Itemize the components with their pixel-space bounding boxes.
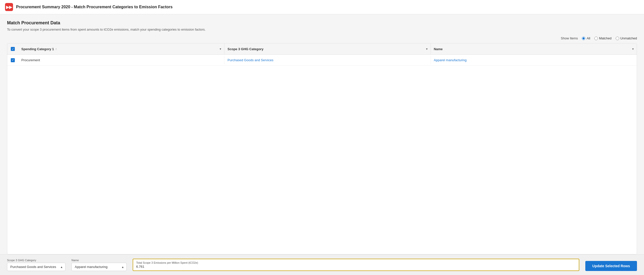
name-field-label: Name — [71, 259, 127, 262]
radio-unmatched[interactable]: Unmatched — [616, 36, 637, 40]
chevron-icon-name: ▾ — [632, 47, 634, 51]
page-title: Procurement Summary 2020 - Match Procure… — [16, 5, 173, 9]
sort-icon-spending-category: ↑ — [55, 47, 57, 50]
scope3-select-wrapper: Purchased Goods and Services ▲ — [7, 263, 65, 271]
cell-name[interactable]: Apparel manufacturing — [431, 56, 637, 64]
show-items-bar: Show Items All Matched Unmatched — [7, 36, 637, 40]
name-select-wrapper: Apparel manufacturing ▲ — [71, 263, 127, 271]
radio-matched-input[interactable] — [594, 37, 598, 40]
page-header: ▶▶ Procurement Summary 2020 - Match Proc… — [0, 0, 644, 14]
show-items-label: Show Items — [561, 36, 578, 40]
select-all-checkbox[interactable]: ✓ — [11, 47, 15, 51]
col-label-spending-category: Spending Category 1 — [21, 47, 54, 51]
col-label-ghg-category: Scope 3 GHG Category — [227, 47, 263, 51]
section-description: To convert your scope 3 procurement item… — [7, 28, 637, 31]
col-header-ghg-category[interactable]: Scope 3 GHG Category ▾ — [224, 43, 431, 54]
cell-spending-category: Procurement — [18, 56, 224, 64]
radio-matched[interactable]: Matched — [594, 36, 612, 40]
data-table: ✓ Spending Category 1 ↑ ▾ Scope 3 GHG Ca… — [7, 43, 637, 254]
cell-ghg-category[interactable]: Purchased Goods and Services — [224, 56, 431, 64]
radio-unmatched-label: Unmatched — [620, 36, 637, 40]
scope3-field-label: Scope 3 GHG Category — [7, 259, 65, 262]
table-row: ✓ Procurement Purchased Goods and Servic… — [7, 55, 637, 66]
radio-matched-label: Matched — [599, 36, 612, 40]
radio-all-input[interactable] — [582, 37, 585, 40]
row-checkbox[interactable]: ✓ — [11, 58, 15, 62]
emissions-field-label: Total Scope 3 Emissions per Million Spen… — [136, 261, 576, 264]
scope3-field: Scope 3 GHG Category Purchased Goods and… — [7, 259, 65, 271]
col-header-name[interactable]: Name ▾ — [431, 43, 637, 54]
emissions-field: Total Scope 3 Emissions per Million Spen… — [133, 259, 579, 271]
col-header-spending-category[interactable]: Spending Category 1 ↑ ▾ — [18, 43, 224, 54]
app-logo: ▶▶ — [5, 3, 13, 11]
name-select[interactable]: Apparel manufacturing — [71, 263, 127, 271]
scope3-select[interactable]: Purchased Goods and Services — [7, 263, 65, 271]
emissions-value: 6.761 — [136, 265, 576, 268]
section-title: Match Procurement Data — [7, 20, 637, 26]
bottom-panel: Scope 3 GHG Category Purchased Goods and… — [0, 254, 644, 275]
radio-unmatched-input[interactable] — [616, 37, 619, 40]
emissions-input-box[interactable]: Total Scope 3 Emissions per Million Spen… — [133, 259, 579, 271]
name-field: Name Apparel manufacturing ▲ — [71, 259, 127, 271]
chevron-icon-spending-category: ▾ — [220, 47, 221, 51]
row-checkbox-cell[interactable]: ✓ — [7, 58, 18, 62]
chevron-icon-ghg-category: ▾ — [426, 47, 428, 51]
radio-group-show-items: All Matched Unmatched — [582, 36, 637, 40]
col-label-name: Name — [434, 47, 443, 51]
radio-all-label: All — [587, 36, 590, 40]
update-selected-rows-button[interactable]: Update Selected Rows — [585, 261, 637, 271]
main-content: Match Procurement Data To convert your s… — [0, 14, 644, 254]
table-header-row: ✓ Spending Category 1 ↑ ▾ Scope 3 GHG Ca… — [7, 43, 637, 55]
header-checkbox-cell[interactable]: ✓ — [7, 47, 18, 51]
radio-all[interactable]: All — [582, 36, 590, 40]
